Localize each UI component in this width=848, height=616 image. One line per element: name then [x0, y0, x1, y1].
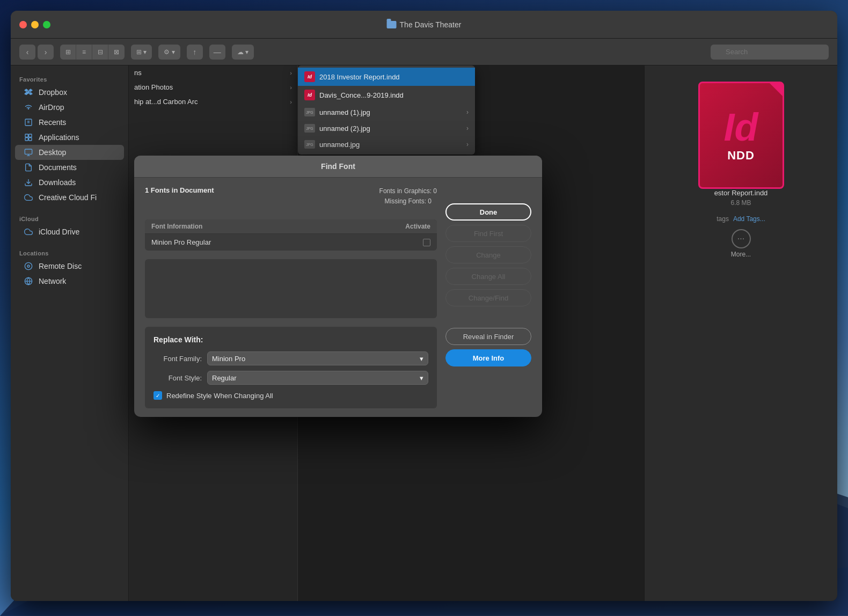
dialog-stats: Fonts in Graphics: 0 Missing Fonts: 0	[379, 186, 437, 207]
dialog-overlay: Find Font 1 Fonts in Document Fonts in G…	[0, 0, 848, 616]
dropdown-chevron-icon-2: ▾	[420, 374, 423, 382]
done-button[interactable]: Done	[445, 203, 531, 221]
dialog-title: Find Font	[134, 156, 542, 178]
font-style-value: Regular	[212, 374, 237, 382]
font-table: Font Information Activate Minion Pro Reg…	[145, 219, 437, 251]
dialog-right-panel: Done Find First Change Change All Change…	[445, 186, 531, 408]
font-list-area	[145, 259, 437, 318]
replace-section: Replace With: Font Family: Minion Pro ▾ …	[145, 327, 437, 408]
font-info-col-header: Font Information	[151, 223, 202, 230]
replace-with-label: Replace With:	[153, 335, 428, 344]
font-family-value: Minion Pro	[212, 355, 245, 363]
font-style-row: Font Style: Regular ▾	[153, 371, 428, 385]
dialog-body: 1 Fonts in Document Fonts in Graphics: 0…	[134, 178, 542, 417]
redefine-label: Redefine Style When Changing All	[166, 392, 273, 400]
reveal-in-finder-button[interactable]: Reveal in Finder	[445, 328, 531, 345]
change-find-button[interactable]: Change/Find	[445, 289, 531, 306]
dialog-left-panel: 1 Fonts in Document Fonts in Graphics: 0…	[145, 186, 437, 408]
font-style-label: Font Style:	[153, 374, 202, 382]
font-family-row: Font Family: Minion Pro ▾	[153, 351, 428, 365]
more-info-button[interactable]: More Info	[445, 349, 531, 366]
change-all-button[interactable]: Change All	[445, 268, 531, 285]
redefine-row: ✓ Redefine Style When Changing All	[153, 391, 428, 400]
activate-col-header: Activate	[405, 223, 430, 230]
font-row-minion-pro[interactable]: Minion Pro Regular	[145, 234, 437, 251]
font-table-header: Font Information Activate	[145, 219, 437, 234]
fonts-in-doc-label: 1 Fonts in Document	[145, 186, 214, 194]
dialog-header-row: 1 Fonts in Document Fonts in Graphics: 0…	[145, 186, 437, 213]
find-first-button[interactable]: Find First	[445, 225, 531, 242]
btn-spacer	[445, 311, 531, 324]
change-button[interactable]: Change	[445, 246, 531, 263]
find-font-dialog: Find Font 1 Fonts in Document Fonts in G…	[134, 156, 542, 417]
font-style-select[interactable]: Regular ▾	[207, 371, 428, 385]
activate-checkbox[interactable]	[423, 239, 430, 246]
redefine-checkbox[interactable]: ✓	[153, 391, 162, 400]
font-family-label: Font Family:	[153, 355, 202, 363]
font-row-label: Minion Pro Regular	[151, 238, 211, 246]
font-family-select[interactable]: Minion Pro ▾	[207, 351, 428, 365]
dropdown-chevron-icon: ▾	[420, 355, 423, 363]
